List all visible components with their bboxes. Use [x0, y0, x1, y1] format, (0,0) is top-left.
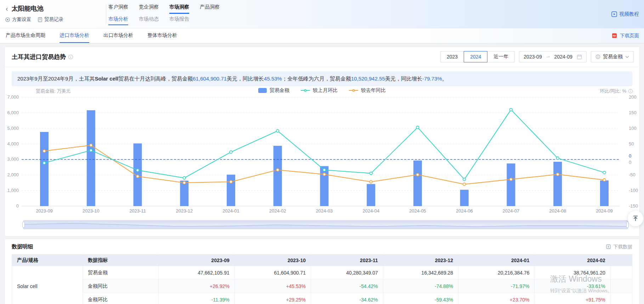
value-cell: +29.25% — [235, 293, 311, 304]
legend-bar-swatch — [258, 88, 267, 93]
download-data-button[interactable]: 下载数据 — [606, 244, 632, 250]
slider-left-handle[interactable] — [22, 222, 25, 228]
plan-settings-label: 方案设置 — [12, 16, 31, 23]
nav-item-1[interactable]: 进口市场分析 — [60, 28, 89, 43]
header-divider — [106, 4, 106, 24]
download-data-label: 下载数据 — [613, 244, 632, 250]
page-title: 太阳能电池 — [12, 4, 44, 13]
product-cell: Solar cell — [12, 266, 83, 304]
summary-text: 45.53% — [264, 76, 282, 82]
svg-text:2024-07: 2024-07 — [503, 208, 520, 214]
table-header-row: 产品/规格数据指标2023-092023-102023-112023-12202… — [12, 255, 632, 266]
svg-text:2024-04: 2024-04 — [362, 208, 379, 214]
value-cell: -59.43% — [383, 293, 458, 304]
chart-title: 土耳其进口贸易趋势 — [12, 53, 66, 61]
svg-text:2024-09: 2024-09 — [596, 208, 613, 214]
summary-text: 美元，同比增长 — [385, 76, 422, 82]
value-cell: -54.42% — [311, 280, 383, 293]
tab-1[interactable]: 竞企洞察 — [139, 4, 159, 14]
subtab-1[interactable]: 市场动态 — [139, 16, 159, 25]
plan-settings-button[interactable]: 方案设置 — [5, 16, 31, 23]
table-row: 金额环比-11.39%+29.25%-34.62%-59.43%+23.70%+… — [12, 293, 632, 304]
svg-text:2024-06: 2024-06 — [456, 208, 473, 214]
trend-card: 土耳其进口贸易趋势 20232024近一年 2023-09 ⇀ 2024-09 … — [4, 46, 640, 237]
year-button-2023[interactable]: 2023 — [440, 51, 464, 62]
svg-text:2024-05: 2024-05 — [409, 208, 426, 214]
tab-0[interactable]: 客户洞察 — [108, 4, 128, 14]
svg-text:2024-03: 2024-03 — [316, 208, 333, 214]
subtab-2[interactable]: 市场报告 — [169, 16, 189, 25]
svg-text:6,000: 6,000 — [7, 110, 19, 115]
summary-text: Solar cell — [95, 76, 118, 82]
svg-text:2024-01: 2024-01 — [222, 208, 239, 214]
data-zoom-slider[interactable] — [23, 220, 628, 229]
svg-text:50: 50 — [629, 141, 634, 147]
chevron-down-icon — [625, 56, 629, 58]
value-cell: 61,604,900.71 — [235, 266, 311, 280]
download-icon — [606, 244, 611, 249]
legend-line-swatch — [349, 90, 358, 91]
summary-text: 10,520,942.55 — [351, 76, 385, 82]
col-metric-header: 数据指标 — [83, 255, 158, 266]
data-detail-card: 数据明细 下载数据 产品/规格数据指标2023-092023-102023-11… — [4, 239, 640, 304]
back-to-top-button[interactable] — [628, 211, 643, 226]
download-page-button[interactable]: PDF 下载页面 — [612, 28, 639, 43]
summary-text: ；全年低峰为六月，贸易金额 — [282, 76, 351, 82]
partial-cell — [610, 280, 632, 293]
col-month-header: 2024-02 — [535, 255, 610, 266]
slider-right-handle[interactable] — [626, 222, 629, 228]
video-tutorial-label: 视频教程 — [619, 11, 639, 17]
svg-text:0: 0 — [16, 203, 19, 209]
svg-text:3,000: 3,000 — [7, 156, 19, 162]
svg-text:0: 0 — [629, 160, 631, 165]
svg-text:0: 0 — [629, 153, 631, 159]
back-icon[interactable]: ‹ — [5, 5, 9, 12]
market-subtabs: 市场分析市场动态市场报告 — [108, 16, 220, 25]
col-month-header: 2023-12 — [383, 255, 458, 266]
year-button-近一年[interactable]: 近一年 — [487, 51, 515, 62]
col-month-header: 2023-10 — [235, 255, 311, 266]
value-cell: +91.75% — [535, 293, 610, 304]
chart-area: 贸易金额: 万美元 贸易金额较上月环比较去年同比 环比/同比: % 7,0006… — [5, 86, 639, 235]
svg-text:2024-08: 2024-08 — [549, 208, 566, 214]
svg-text:-150: -150 — [629, 203, 638, 209]
info-icon — [595, 54, 600, 59]
value-cell: 38,764,961.20 — [535, 266, 610, 280]
tab-3[interactable]: 产品洞察 — [200, 4, 220, 14]
year-switcher: 20232024近一年 — [440, 51, 515, 62]
svg-text:2023-12: 2023-12 — [176, 208, 193, 214]
download-page-label: 下载页面 — [620, 33, 639, 39]
combo-chart[interactable]: 7,0006,0005,0004,0003,0002,0001,00002001… — [5, 93, 640, 217]
value-cell: +23.70% — [458, 293, 535, 304]
nav-item-0[interactable]: 产品市场生命周期 — [6, 28, 45, 43]
trade-records-label: 贸易记录 — [44, 16, 63, 23]
value-cell: +26.92% — [159, 280, 235, 293]
date-range-picker[interactable]: 2023-09 ⇀ 2024-09 — [519, 51, 587, 62]
svg-text:100: 100 — [629, 126, 637, 131]
tab-2[interactable]: 市场洞察 — [169, 4, 189, 14]
nav-item-3[interactable]: 整体市场分析 — [147, 28, 177, 43]
summary-text: 61,604,900.71 — [193, 76, 227, 82]
document-icon — [38, 17, 43, 22]
subtab-0[interactable]: 市场分析 — [108, 16, 128, 25]
value-cell: -71.97% — [458, 280, 535, 293]
trade-records-button[interactable]: 贸易记录 — [38, 16, 63, 23]
col-month-header: 2023-11 — [311, 255, 383, 266]
svg-text:4,000: 4,000 — [7, 141, 19, 147]
year-button-2024[interactable]: 2024 — [464, 51, 487, 62]
value-cell: 47,662,105.91 — [159, 266, 235, 280]
partial-cell — [610, 266, 632, 280]
range-arrow-icon: ⇀ — [546, 54, 550, 60]
svg-text:-100: -100 — [629, 188, 638, 193]
date-end: 2024-09 — [554, 54, 572, 60]
video-tutorial-button[interactable]: 视频教程 — [611, 11, 639, 17]
play-video-icon — [611, 11, 617, 17]
value-cell: +45.53% — [235, 280, 311, 293]
nav-item-2[interactable]: 出口市场分析 — [103, 28, 133, 43]
insight-tabs: 客户洞察竞企洞察市场洞察产品洞察 — [108, 4, 220, 14]
value-cell: -11.39% — [159, 293, 235, 304]
top-header: ‹ 太阳能电池 方案设置 贸易记录 客户洞察竞企洞察市场洞察产品洞察 市场分析市… — [0, 0, 644, 28]
metric-select[interactable]: 贸易金额 — [591, 51, 634, 62]
trend-summary: 2023年9月至2024年9月，土耳其Solar cell贸易在十月达到高峰，贸… — [12, 71, 632, 86]
value-cell: 40,280,349.07 — [311, 266, 383, 280]
